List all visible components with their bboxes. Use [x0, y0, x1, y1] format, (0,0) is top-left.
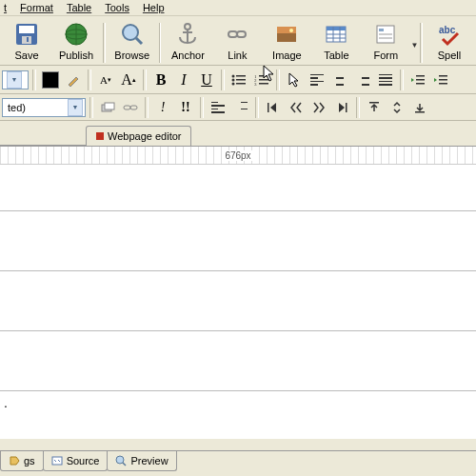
indent-button[interactable] — [430, 69, 451, 90]
table-button[interactable]: Table — [311, 19, 361, 63]
form-icon — [372, 21, 399, 48]
svg-rect-47 — [105, 103, 114, 109]
number-list-button[interactable]: 123 — [251, 69, 272, 90]
table-icon — [323, 21, 349, 48]
layer-button[interactable] — [97, 97, 118, 118]
menu-tools[interactable]: Tools — [105, 2, 129, 13]
publish-button[interactable]: Publish — [51, 19, 101, 63]
decrease-font-button[interactable]: A▾ — [95, 69, 116, 90]
save-icon — [13, 21, 40, 48]
menu-format[interactable]: Format — [20, 2, 53, 13]
ruler: 676px — [0, 147, 476, 165]
menu-help[interactable]: Help — [143, 2, 165, 13]
increase-font-button[interactable]: A▴ — [118, 69, 139, 90]
table-row[interactable]: . — [0, 391, 476, 426]
svg-rect-1 — [19, 26, 34, 33]
dl-button[interactable] — [208, 97, 228, 118]
align-center-button[interactable] — [329, 69, 350, 90]
align-justify-button[interactable] — [375, 69, 396, 90]
svg-point-32 — [232, 82, 235, 85]
move-updown-button[interactable] — [387, 97, 407, 118]
align-center-icon — [333, 74, 347, 86]
style-combo[interactable]: ted)▼ — [2, 98, 86, 117]
em-button[interactable]: ! — [152, 97, 173, 118]
form-dropdown-icon[interactable]: ▼ — [410, 27, 418, 63]
save-button[interactable]: Save — [2, 19, 51, 63]
anchor-icon — [174, 21, 201, 48]
color-button[interactable] — [40, 69, 61, 90]
anchor-button[interactable]: Anchor — [163, 19, 212, 63]
separator — [103, 23, 106, 63]
table-row[interactable] — [0, 165, 476, 211]
tab-blank[interactable] — [0, 137, 87, 146]
move-down-button[interactable] — [409, 97, 430, 118]
svg-point-7 — [123, 25, 138, 40]
bullet-list-button[interactable] — [228, 69, 249, 90]
form-button[interactable]: Form — [361, 19, 410, 63]
svg-rect-54 — [52, 457, 62, 465]
spell-icon: abc — [436, 21, 463, 48]
image-icon — [273, 21, 300, 48]
menu-edit[interactable]: t — [4, 2, 7, 13]
nav-last-icon — [335, 101, 348, 114]
table-row[interactable] — [0, 331, 476, 391]
outdent-button[interactable] — [407, 69, 428, 90]
svg-rect-45 — [439, 83, 447, 85]
strong-button[interactable]: !! — [175, 97, 196, 118]
svg-rect-31 — [236, 79, 246, 81]
table-row[interactable] — [0, 211, 476, 271]
highlight-button[interactable] — [63, 69, 84, 90]
svg-rect-49 — [130, 106, 137, 109]
browse-button[interactable]: Browse — [108, 19, 157, 63]
link-button-2[interactable] — [120, 97, 141, 118]
image-button[interactable]: Image — [262, 19, 311, 63]
tab-editor[interactable]: Webpage editor — [86, 126, 191, 146]
link-button[interactable]: Link — [212, 19, 262, 63]
menu-table[interactable]: Table — [67, 2, 91, 13]
dt-button[interactable] — [230, 97, 251, 118]
align-right-button[interactable] — [352, 69, 373, 90]
layer-icon — [100, 101, 115, 114]
nav-first-button[interactable] — [263, 97, 284, 118]
tags-icon — [9, 455, 20, 466]
source-icon — [51, 455, 63, 466]
chevron-down-icon: ▼ — [68, 99, 83, 116]
align-left-button[interactable] — [307, 69, 327, 90]
bullet-list-icon — [231, 73, 247, 87]
separator — [159, 23, 162, 63]
indent-icon — [433, 73, 448, 87]
svg-text:abc: abc — [439, 25, 456, 35]
table-row[interactable] — [0, 271, 476, 331]
svg-rect-42 — [416, 83, 425, 85]
highlight-icon — [66, 72, 81, 88]
svg-rect-48 — [124, 106, 130, 109]
font-combo[interactable]: ▼ — [2, 70, 29, 89]
bold-button[interactable]: B — [150, 69, 171, 90]
svg-rect-26 — [379, 37, 392, 39]
svg-point-16 — [289, 29, 293, 32]
editor-area[interactable]: . — [0, 165, 476, 439]
menubar: t Format Table Tools Help — [0, 0, 476, 16]
toolbar-format2: ted)▼ ! !! — [0, 94, 476, 121]
underline-button[interactable]: U — [196, 69, 217, 90]
tab-preview[interactable]: Preview — [107, 451, 176, 471]
italic-button[interactable]: I — [173, 69, 194, 90]
svg-rect-12 — [228, 31, 237, 37]
spell-button[interactable]: abc Spell — [425, 19, 474, 63]
nav-prev-button[interactable] — [286, 97, 307, 118]
svg-rect-40 — [416, 75, 425, 77]
tab-tags[interactable]: gs — [0, 451, 44, 471]
browse-icon — [119, 21, 146, 48]
svg-rect-44 — [439, 79, 447, 81]
nav-next-button[interactable] — [308, 97, 329, 118]
align-left-icon — [310, 74, 324, 86]
svg-rect-39 — [259, 83, 268, 85]
svg-rect-37 — [259, 79, 268, 81]
nav-last-button[interactable] — [331, 97, 352, 118]
svg-rect-43 — [439, 75, 447, 77]
svg-rect-25 — [379, 33, 392, 35]
publish-icon — [63, 21, 89, 48]
move-up-button[interactable] — [364, 97, 385, 118]
tab-source[interactable]: Source — [43, 451, 109, 471]
cursor-button[interactable] — [284, 69, 305, 90]
